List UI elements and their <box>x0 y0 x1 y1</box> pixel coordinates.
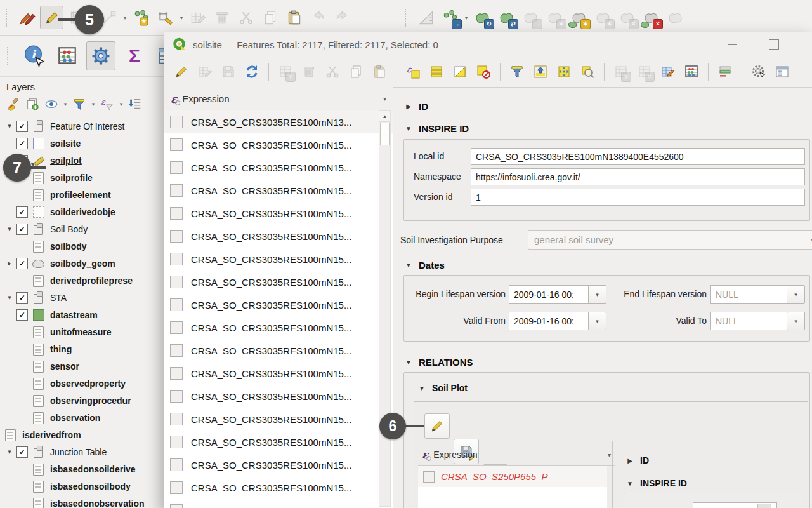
vertex-tool-button[interactable] <box>154 6 176 29</box>
add-group-button[interactable] <box>24 96 41 112</box>
paste-button[interactable] <box>370 62 389 81</box>
feature-checkbox[interactable] <box>170 207 183 220</box>
chevron-down-icon[interactable]: ▾ <box>122 15 128 21</box>
feature-checkbox[interactable] <box>170 321 183 334</box>
identify-features-button[interactable] <box>20 42 48 70</box>
delete-field-button[interactable]: × <box>635 62 654 81</box>
feature-list-item[interactable]: CRSA_SO_CRS3035RES100mN15... <box>164 453 393 476</box>
field-calculator-button[interactable] <box>658 62 678 81</box>
offset-feature-button[interactable]: → <box>520 6 542 29</box>
feature-list-item[interactable]: CRSA_SO_CRS3035RES100mN15... <box>164 202 393 225</box>
pan-to-selection-button[interactable] <box>554 62 573 81</box>
feature-list-item[interactable]: CRSA_SO_CRS3035RES100mN15... <box>164 293 393 316</box>
feature-list-item[interactable]: CRSA_SO_CRS3035RES100mN15... <box>164 248 393 271</box>
layer-visibility-checkbox[interactable]: ✓ <box>16 224 28 235</box>
layer-tree-item[interactable]: ✓ sensor <box>0 358 164 375</box>
delete-fill-ring-button[interactable]: × <box>640 6 662 29</box>
feature-list-item[interactable]: CRSA_SO_CRS3035RES100mN15... <box>164 385 393 408</box>
feature-list-item[interactable]: CRSA_SO_CRS3035RES100mN13... <box>164 110 393 133</box>
layer-tree-item[interactable]: ✓ isbasedonsoilderive <box>0 460 164 478</box>
begin-lifespan-field[interactable]: 2009-01-16 00: <box>509 285 594 304</box>
move-feature-button[interactable]: → <box>439 6 461 29</box>
reload-table-button[interactable] <box>242 62 261 81</box>
invert-selection-button[interactable] <box>450 62 469 81</box>
select-all-button[interactable] <box>427 62 446 81</box>
simplify-feature-button[interactable]: ⇄ <box>495 6 518 29</box>
filter-legend-button[interactable] <box>71 96 88 112</box>
cut-button[interactable] <box>323 62 342 81</box>
maximize-button[interactable] <box>769 39 779 50</box>
section-dates[interactable]: ▼ Dates <box>405 260 445 271</box>
section-relations[interactable]: ▼ RELATIONS <box>405 357 473 368</box>
redo-button[interactable] <box>331 6 353 29</box>
feature-list-item[interactable]: CRSA_SO_CRS3035RES100mN15... <box>164 476 393 499</box>
feature-list-item[interactable]: CRSA_SO_CRS3035RES100mN15... <box>164 225 393 248</box>
layer-tree-item[interactable]: ✓ datastream <box>0 306 164 323</box>
tree-expand-icon[interactable]: ▾ <box>4 293 15 302</box>
delete-selected-button[interactable] <box>211 6 233 29</box>
move-selection-to-top-button[interactable] <box>531 62 550 81</box>
layer-tree-item[interactable]: ✓ soilbody <box>0 237 164 255</box>
section-id[interactable]: ▶ ID <box>405 101 428 112</box>
feature-checkbox[interactable] <box>170 116 183 128</box>
relation-filter-bar[interactable]: ε Expression ▾ <box>418 444 615 466</box>
feature-checkbox[interactable] <box>170 298 183 311</box>
tree-expand-icon[interactable]: ▾ <box>4 122 15 130</box>
layer-tree-item[interactable]: ✓ soilderivedobje <box>0 203 164 220</box>
relation-toggle-editing-button[interactable] <box>424 413 450 439</box>
add-record-button[interactable] <box>130 6 152 29</box>
expand-collapse-all-button[interactable] <box>127 96 143 112</box>
feature-checkbox[interactable] <box>170 184 183 197</box>
layer-visibility-checkbox[interactable]: ✓ <box>16 138 28 149</box>
feature-checkbox[interactable] <box>170 481 183 494</box>
actions-button[interactable] <box>749 62 768 81</box>
tree-expand-icon[interactable]: ▾ <box>4 448 15 456</box>
end-lifespan-field[interactable]: NULL <box>710 285 792 304</box>
version-id-field[interactable]: 1 <box>471 189 805 206</box>
manage-visibility-button[interactable] <box>43 96 60 112</box>
modify-attributes-button[interactable] <box>187 6 209 29</box>
begin-lifespan-dropdown[interactable]: ▾ <box>588 285 606 304</box>
zoom-to-selection-button[interactable] <box>578 62 597 81</box>
feature-checkbox[interactable] <box>170 276 183 288</box>
delete-features-button[interactable] <box>299 62 318 81</box>
scrollbar-thumb[interactable] <box>380 123 390 145</box>
feature-list-scrollbar[interactable]: ▲ <box>379 110 391 507</box>
chevron-down-icon[interactable]: ▾ <box>383 95 386 102</box>
section-soil-plot[interactable]: ▼ Soil Plot <box>418 383 468 393</box>
local-id-field[interactable]: CRSA_SO_CRS3035RES100mN1389400E4552600 <box>471 148 805 165</box>
fill-ring-button[interactable]: ✶ <box>568 6 590 29</box>
feature-list-item[interactable]: CRSA_SO_CRS3035RES100mN15... <box>164 408 393 431</box>
feature-list-item[interactable]: CRSA_SO_CRS3035RES100mN15... <box>164 271 393 293</box>
layer-tree-item[interactable]: ▸ ✓ soilbody_geom <box>0 255 164 272</box>
chevron-down-icon[interactable]: ▾ <box>90 101 96 107</box>
chevron-down-icon[interactable]: ▾ <box>463 15 469 21</box>
valid-from-field[interactable]: 2009-01-16 00: <box>509 312 594 330</box>
layer-tree-item[interactable]: ✓ thing <box>0 340 164 358</box>
current-edits-button[interactable] <box>16 6 38 29</box>
feature-list-item[interactable]: CRSA_SO_CRS3035RES100mN15... <box>164 431 393 453</box>
feature-list-item[interactable]: CRSA_SO_CRS3035RES100mN15... <box>164 179 393 202</box>
layer-visibility-checkbox[interactable]: ✓ <box>16 292 28 304</box>
layer-tree-item[interactable]: ✓ observedproperty <box>0 375 164 392</box>
layer-visibility-checkbox[interactable]: ✓ <box>16 446 28 458</box>
new-field-button[interactable]: ✶ <box>612 62 631 81</box>
layer-visibility-checkbox[interactable]: ✓ <box>16 121 28 132</box>
layer-tree-item[interactable]: ▾ ✓ Feature Of Interest <box>0 117 164 135</box>
feature-list-item[interactable]: CRSA_SO_CRS3035RES100mN15... <box>164 156 393 179</box>
layer-tree-item[interactable]: ✓ derivedprofileprese <box>0 272 164 289</box>
select-by-expression-button[interactable] <box>403 62 422 81</box>
relation-section-id[interactable]: ▶ ID <box>626 455 649 465</box>
toggle-editing-button[interactable] <box>40 6 63 29</box>
valid-to-dropdown[interactable]: ▾ <box>787 312 805 330</box>
statistics-button[interactable] <box>682 62 701 81</box>
feature-checkbox[interactable] <box>170 413 183 425</box>
add-feature-button[interactable]: ✶ <box>276 62 295 81</box>
cut-features-button[interactable] <box>235 6 257 29</box>
feature-checkbox[interactable] <box>170 161 183 174</box>
feature-checkbox[interactable] <box>170 390 183 403</box>
relation-feature-item[interactable]: CRSA_SO_S250P655_P <box>418 466 607 487</box>
feature-checkbox[interactable] <box>170 504 183 508</box>
chevron-down-icon[interactable]: ▾ <box>608 451 611 458</box>
processing-toolbox-button[interactable] <box>86 41 115 70</box>
